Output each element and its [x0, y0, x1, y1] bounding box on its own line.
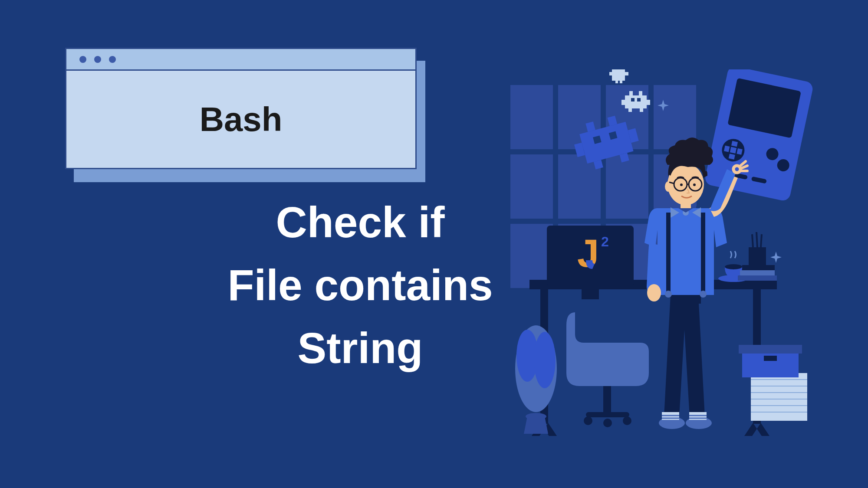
svg-rect-71: [739, 345, 802, 354]
svg-point-47: [584, 416, 592, 425]
monitor-logo-j: J: [577, 232, 599, 275]
svg-line-58: [761, 234, 762, 247]
svg-point-81: [700, 291, 707, 298]
svg-rect-72: [764, 356, 777, 361]
svg-point-48: [623, 416, 631, 425]
window-title-text: Bash: [200, 100, 283, 139]
svg-point-78: [647, 284, 661, 301]
svg-rect-46: [586, 412, 629, 417]
svg-rect-13: [620, 81, 622, 83]
chair: [566, 312, 649, 427]
gameboy-icon: [704, 69, 814, 202]
svg-rect-16: [639, 91, 642, 95]
svg-rect-20: [640, 108, 643, 112]
heading-line-3: String: [182, 317, 538, 380]
heading-line-2: File contains: [182, 254, 538, 317]
window-content: Bash: [66, 71, 415, 168]
plant: [515, 325, 557, 434]
svg-point-49: [603, 419, 612, 427]
svg-rect-44: [582, 286, 599, 299]
svg-rect-18: [647, 100, 650, 105]
svg-rect-52: [738, 275, 777, 281]
svg-point-91: [693, 183, 696, 186]
developer-illustration: J 2: [508, 69, 842, 438]
heading-line-1: Check if: [182, 191, 538, 254]
window-titlebar: [66, 49, 415, 71]
titlebar-dot: [79, 56, 86, 63]
svg-rect-21: [631, 98, 635, 102]
shoe: [686, 412, 712, 429]
svg-line-56: [752, 234, 753, 247]
paper-stack: [751, 373, 807, 421]
svg-rect-45: [603, 386, 611, 412]
main-heading: Check if File contains String: [182, 191, 538, 380]
svg-rect-55: [749, 247, 766, 269]
svg-rect-9: [612, 69, 625, 81]
svg-rect-10: [609, 72, 613, 75]
monitor-logo-2: 2: [601, 234, 609, 249]
svg-rect-12: [615, 81, 618, 83]
svg-rect-11: [625, 72, 628, 75]
svg-point-61: [534, 332, 556, 388]
svg-rect-19: [628, 108, 632, 112]
window-frame: Bash: [65, 48, 417, 169]
svg-line-57: [756, 232, 757, 247]
pencil-holder: [749, 232, 766, 269]
sparkle-icon: [770, 252, 782, 263]
svg-rect-14: [625, 95, 647, 108]
svg-point-51: [725, 264, 742, 269]
box: [739, 345, 802, 377]
svg-rect-15: [629, 91, 633, 95]
svg-rect-17: [621, 100, 625, 105]
svg-rect-53: [740, 270, 775, 275]
svg-rect-22: [637, 98, 641, 102]
svg-point-90: [680, 183, 683, 186]
titlebar-dot: [109, 56, 116, 63]
svg-point-62: [526, 413, 546, 420]
svg-rect-70: [742, 351, 799, 377]
shoe: [659, 412, 685, 429]
svg-rect-63: [751, 373, 807, 421]
titlebar-dot: [94, 56, 101, 63]
svg-point-80: [665, 291, 672, 298]
